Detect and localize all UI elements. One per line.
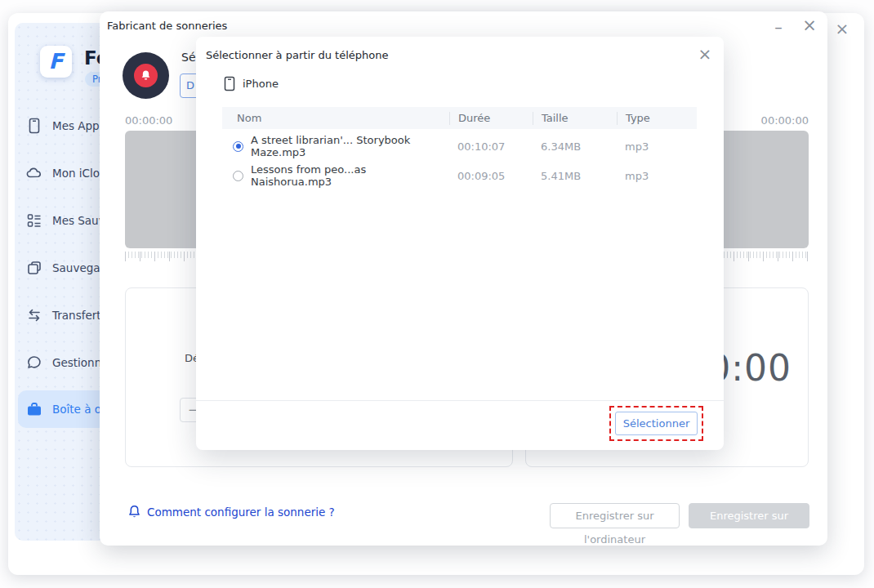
table-row[interactable]: Lessons from peo...as Naishorua.mp3 00:0… bbox=[222, 163, 697, 188]
bell-outline-icon bbox=[128, 505, 140, 519]
song-duration: 00:09:05 bbox=[449, 170, 533, 182]
dialog-footer-divider bbox=[196, 400, 724, 401]
help-link-label: Comment configurer la sonnerie ? bbox=[147, 506, 335, 519]
toolbox-icon bbox=[26, 401, 42, 417]
radio-selected[interactable] bbox=[233, 141, 243, 152]
song-size: 6.34MB bbox=[533, 140, 617, 153]
device-name: iPhone bbox=[243, 78, 279, 90]
bell-badge-icon bbox=[134, 64, 158, 87]
song-name: Lessons from peo...as Naishorua.mp3 bbox=[251, 163, 449, 188]
song-heading-fragment: Sé bbox=[181, 51, 196, 64]
table-header: Nom Durée Taille Type bbox=[222, 107, 697, 129]
song-duration: 00:10:07 bbox=[449, 140, 533, 153]
annotation-highlight-box bbox=[609, 406, 703, 441]
ringtone-avatar bbox=[123, 52, 169, 99]
table-row[interactable]: A street librarian'... Storybook Maze.mp… bbox=[222, 134, 697, 158]
select-from-phone-dialog: Sélectionner à partir du téléphone × iPh… bbox=[196, 37, 724, 450]
copy-icon bbox=[26, 260, 42, 276]
save-to-device-button[interactable]: Enregistrer sur l'appareil bbox=[689, 503, 809, 528]
left-timer-label: 00:00:00 bbox=[125, 114, 172, 127]
backup-list-icon bbox=[26, 212, 42, 229]
chat-bubble-icon bbox=[26, 354, 42, 371]
main-close-icon[interactable]: × bbox=[832, 18, 853, 39]
radio-unselected[interactable] bbox=[233, 171, 243, 181]
dialog-close-icon[interactable]: × bbox=[696, 45, 714, 63]
col-header-type: Type bbox=[617, 112, 697, 125]
phone-icon bbox=[224, 76, 235, 91]
song-size: 5.41MB bbox=[533, 170, 617, 182]
transfer-arrows-icon bbox=[26, 307, 42, 323]
col-header-duration: Durée bbox=[449, 112, 533, 125]
right-timer-label: 00:00:00 bbox=[761, 114, 809, 127]
col-header-size: Taille bbox=[533, 112, 617, 125]
app-logo: F bbox=[40, 46, 72, 78]
song-table: Nom Durée Taille Type A street librarian… bbox=[222, 107, 697, 188]
help-link[interactable]: Comment configurer la sonnerie ? bbox=[128, 505, 335, 519]
close-icon[interactable]: × bbox=[800, 16, 819, 36]
song-name: A street librarian'... Storybook Maze.mp… bbox=[251, 134, 449, 158]
cloud-icon bbox=[26, 165, 42, 181]
dialog-title: Sélectionner à partir du téléphone bbox=[206, 49, 388, 61]
minimize-icon[interactable]: – bbox=[769, 18, 788, 38]
window-title: Fabricant de sonneries bbox=[107, 20, 227, 32]
device-row: iPhone bbox=[224, 76, 279, 91]
phone-icon bbox=[26, 118, 42, 134]
song-type: mp3 bbox=[617, 170, 697, 182]
col-header-name: Nom bbox=[222, 112, 449, 124]
song-type: mp3 bbox=[617, 140, 697, 153]
save-to-computer-button[interactable]: Enregistrer sur l'ordinateur bbox=[550, 503, 680, 528]
logo-f-icon: F bbox=[49, 49, 64, 74]
